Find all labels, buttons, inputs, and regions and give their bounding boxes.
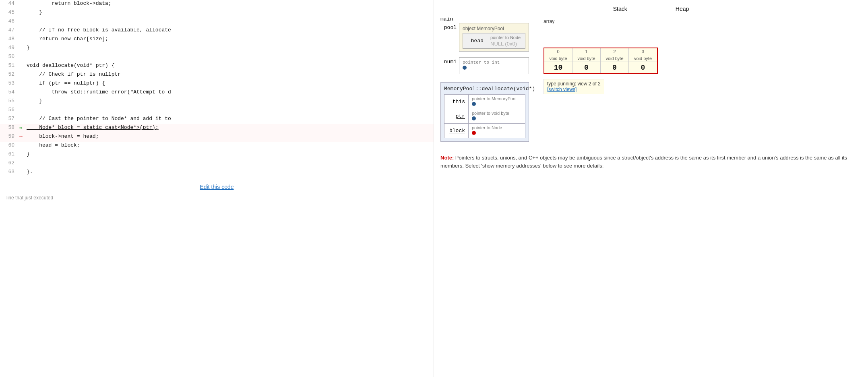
memorypool-label: object MemoryPool (463, 26, 525, 31)
dealloc-row-0: thispointer to MemoryPool (444, 95, 525, 109)
array-label: array (544, 19, 554, 24)
line-number: 50 (0, 54, 19, 60)
main-label: main (440, 16, 529, 22)
line-number: 49 (0, 45, 19, 51)
viz-header: Stack Heap (440, 6, 862, 12)
code-line-61: 61} (0, 151, 434, 160)
num1-pointer-dot (463, 66, 467, 70)
code-line-45: 45 } (0, 9, 434, 18)
code-area: 44 return block->data;45 }4647 // If no … (0, 0, 434, 177)
array-val-1: 0 (572, 62, 601, 73)
right-panel: Stack Heap main pool object MemoryPool h… (434, 0, 868, 377)
array-index-3: 3 (629, 48, 657, 55)
line-number: 44 (0, 0, 19, 6)
ptr-dot (472, 116, 476, 120)
line-number: 57 (0, 116, 19, 122)
dealloc-table: thispointer to MemoryPoolptrpointer to v… (444, 94, 525, 138)
line-number: 55 (0, 98, 19, 104)
switch-views-link[interactable]: [switch views] (547, 87, 577, 92)
code-line-54: 54 throw std::runtime_error("Attempt to … (0, 89, 434, 97)
array-type-1: void byte (572, 55, 601, 62)
line-arrow: → (19, 133, 27, 139)
code-text: // Cast the pointer to Node* and add it … (27, 116, 434, 122)
heap-column: array 0123 void bytevoid bytevoid bytevo… (544, 15, 862, 94)
code-line-44: 44 return block->data; (0, 0, 434, 9)
array-index-2: 2 (601, 48, 629, 55)
dealloc-row-1: ptrpointer to void byte (444, 109, 525, 124)
code-line-63: 63}. (0, 168, 434, 177)
line-arrow: ⇒ (19, 124, 27, 131)
code-text: }. (27, 169, 434, 175)
line-number: 56 (0, 107, 19, 113)
dealloc-row-2: blockpointer to Node (444, 124, 525, 138)
line-number: 62 (0, 160, 19, 166)
code-text: } (27, 45, 434, 51)
array-val-0: 10 (544, 62, 572, 73)
code-line-52: 52 // Check if ptr is nullptr (0, 71, 434, 80)
this-dot (472, 102, 476, 106)
dealloc-frame: MemoryPool::deallocate(void*) thispointe… (440, 82, 529, 142)
code-line-60: 60 head = block; (0, 142, 434, 151)
type-punning-text: type punning: view 2 of 2 (547, 81, 601, 87)
block-dot (472, 131, 476, 135)
array-types-row: void bytevoid bytevoid bytevoid byte (544, 55, 657, 62)
code-text: // If no free block is available, alloca… (27, 27, 434, 33)
line-number: 63 (0, 169, 19, 175)
array-val-2: 0 (601, 62, 629, 73)
dealloc-val: pointer to void byte (469, 109, 525, 124)
line-number: 48 (0, 36, 19, 42)
array-indices-row: 0123 (544, 48, 657, 55)
edit-link-area: Edit this code (0, 177, 434, 193)
code-text: } (27, 151, 434, 157)
line-number: 47 (0, 27, 19, 33)
num1-label: num1 (440, 59, 457, 65)
code-line-48: 48 return new char[size]; (0, 35, 434, 44)
array-vals-row: 10000 (544, 62, 657, 73)
line-number: 52 (0, 71, 19, 77)
line-number: 46 (0, 18, 19, 24)
array-index-1: 1 (572, 48, 601, 55)
code-line-59: 59→ block->next = head; (0, 133, 434, 142)
note-section: Note: Pointers to structs, unions, and C… (440, 154, 862, 170)
bottom-note: line that just executed (0, 193, 434, 202)
code-line-49: 49} (0, 44, 434, 53)
head-type: pointer to Node (490, 35, 522, 40)
dealloc-val: pointer to Node (469, 124, 525, 138)
line-number: 60 (0, 142, 19, 148)
line-number: 45 (0, 9, 19, 15)
code-text: if (ptr == nullptr) { (27, 80, 434, 86)
pointer-to-int-label: pointer to int (463, 60, 525, 65)
code-text: void deallocate(void* ptr) { (27, 62, 434, 68)
dealloc-val: pointer to MemoryPool (469, 95, 525, 109)
head-val: pointer to Node NULL (0x0) (487, 33, 525, 48)
code-text: } (27, 9, 434, 15)
array-type-3: void byte (629, 55, 657, 62)
head-var: head (463, 33, 487, 48)
code-text: throw std::runtime_error("Attempt to d (27, 89, 434, 95)
head-null: NULL (0x0) (490, 41, 522, 47)
code-text: head = block; (27, 142, 434, 148)
line-number: 53 (0, 80, 19, 86)
line-number: 61 (0, 151, 19, 157)
stack-column: main pool object MemoryPool head pointer… (440, 15, 529, 142)
code-line-46: 46 (0, 18, 434, 27)
code-line-62: 62 (0, 160, 434, 168)
array-type-0: void byte (544, 55, 572, 62)
code-text: Node* block = static_cast<Node*>(ptr); (27, 124, 434, 130)
note-keyword: Note: (440, 155, 454, 161)
dealloc-var: block (444, 124, 469, 138)
line-number: 51 (0, 62, 19, 68)
edit-code-link[interactable]: Edit this code (200, 184, 234, 190)
line-number: 54 (0, 89, 19, 95)
code-line-47: 47 // If no free block is available, all… (0, 27, 434, 35)
code-line-53: 53 if (ptr == nullptr) { (0, 80, 434, 89)
left-panel: 44 return block->data;45 }4647 // If no … (0, 0, 434, 377)
memorypool-box: object MemoryPool head pointer to Node N… (459, 23, 529, 52)
array-index-0: 0 (544, 48, 572, 55)
code-line-56: 56 (0, 106, 434, 115)
memorypool-inner: head pointer to Node NULL (0x0) (463, 33, 525, 49)
head-row: head pointer to Node NULL (0x0) (463, 33, 525, 48)
type-punning-box: type punning: view 2 of 2 [switch views] (544, 79, 604, 94)
code-line-50: 50 (0, 53, 434, 62)
code-text: // Check if ptr is nullptr (27, 71, 434, 77)
